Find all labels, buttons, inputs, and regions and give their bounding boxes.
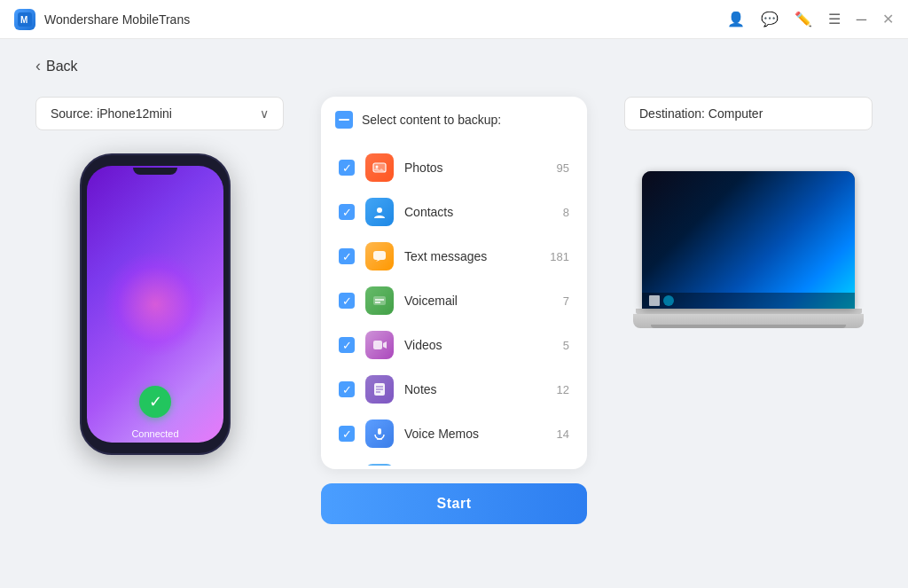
- titlebar: M Wondershare MobileTrans 👤 💬 ✏️ ☰ ─ ✕: [0, 0, 908, 39]
- phone-body: ✓ Connected: [80, 153, 231, 455]
- contacts-icon: [365, 198, 394, 226]
- left-panel: Source: iPhone12mini ∨ ✓ Connected: [35, 97, 284, 455]
- list-item[interactable]: ✓ Voice Memos 14: [335, 412, 573, 455]
- list-item[interactable]: ✓ Voicemail 7: [335, 279, 573, 322]
- connected-text: Connected: [131, 428, 178, 439]
- computer-illustration: [633, 171, 864, 328]
- list-item[interactable]: ✓ Contacts 8: [335, 191, 573, 233]
- content-card: Select content to backup: ✓ Photos 95: [321, 97, 587, 469]
- contacts-checkbox[interactable]: ✓: [339, 204, 355, 220]
- photos-checkbox[interactable]: ✓: [339, 160, 355, 176]
- select-header-text: Select content to backup:: [362, 113, 501, 127]
- edit-icon[interactable]: ✏️: [794, 11, 812, 27]
- content-list: ✓ Photos 95 ✓: [335, 146, 573, 466]
- voicemail-checkbox[interactable]: ✓: [339, 293, 355, 309]
- back-label: Back: [46, 59, 78, 74]
- list-item[interactable]: Contact blacklist 4: [335, 457, 573, 466]
- videos-checkbox[interactable]: ✓: [339, 337, 355, 353]
- svg-rect-2: [339, 119, 349, 121]
- photos-label: Photos: [404, 161, 546, 175]
- list-item[interactable]: ✓ Notes 12: [335, 368, 573, 411]
- list-item[interactable]: ✓ Videos 5: [335, 324, 573, 366]
- notes-count: 12: [557, 383, 569, 396]
- titlebar-left: M Wondershare MobileTrans: [14, 9, 190, 30]
- close-icon[interactable]: ✕: [882, 11, 894, 27]
- notes-label: Notes: [404, 382, 546, 396]
- text-messages-label: Text messages: [404, 249, 539, 263]
- text-messages-count: 181: [550, 250, 569, 263]
- app-title: Wondershare MobileTrans: [44, 12, 190, 27]
- three-column-layout: Source: iPhone12mini ∨ ✓ Connected: [35, 97, 873, 557]
- voicemail-icon: [365, 286, 394, 315]
- voice-memos-label: Voice Memos: [404, 427, 546, 441]
- photos-icon: [365, 153, 394, 182]
- voice-memos-icon: [365, 419, 394, 448]
- videos-count: 5: [563, 339, 569, 352]
- list-item[interactable]: ✓ Photos 95: [335, 146, 573, 189]
- phone-screen-glow: [102, 251, 208, 357]
- videos-label: Videos: [404, 338, 552, 352]
- back-chevron-icon: ‹: [35, 57, 41, 75]
- photos-count: 95: [557, 161, 569, 175]
- source-dropdown[interactable]: Source: iPhone12mini ∨: [35, 97, 284, 130]
- right-panel: Destination: Computer: [624, 97, 873, 328]
- svg-point-6: [377, 208, 382, 213]
- svg-rect-11: [373, 341, 382, 349]
- notes-checkbox[interactable]: ✓: [339, 381, 355, 397]
- titlebar-controls: 👤 💬 ✏️ ☰ ─ ✕: [727, 11, 894, 27]
- start-button[interactable]: Start: [321, 483, 587, 524]
- laptop-body: [633, 171, 864, 328]
- laptop-screen: [642, 171, 855, 309]
- voicemail-count: 7: [563, 294, 569, 308]
- destination-dropdown: Destination: Computer: [624, 97, 873, 130]
- destination-label: Destination: Computer: [639, 106, 763, 121]
- select-header: Select content to backup:: [335, 111, 573, 136]
- contacts-count: 8: [563, 206, 569, 219]
- svg-rect-7: [373, 251, 386, 260]
- source-label: Source: iPhone12mini: [51, 106, 172, 121]
- videos-icon: [365, 331, 394, 359]
- connected-badge: ✓: [139, 386, 171, 418]
- account-icon[interactable]: 👤: [727, 11, 745, 27]
- center-panel: Select content to backup: ✓ Photos 95: [321, 97, 587, 524]
- svg-rect-16: [378, 428, 381, 435]
- laptop-screen-content: [642, 171, 855, 309]
- notes-icon: [365, 375, 394, 404]
- menu-icon[interactable]: ☰: [828, 11, 841, 27]
- list-item[interactable]: ✓ Text messages 181: [335, 235, 573, 278]
- laptop-base: [633, 314, 864, 328]
- svg-text:M: M: [20, 15, 27, 25]
- phone-illustration: ✓ Connected: [80, 153, 239, 455]
- voicemail-label: Voicemail: [404, 294, 552, 308]
- select-all-icon[interactable]: [335, 111, 353, 129]
- voice-memos-count: 14: [557, 427, 569, 441]
- phone-notch: [133, 168, 177, 175]
- text-messages-icon: [365, 242, 394, 270]
- main-content: ‹ Back Source: iPhone12mini ∨ ✓: [0, 39, 908, 588]
- chat-icon[interactable]: 💬: [761, 11, 779, 27]
- contacts-label: Contacts: [404, 205, 552, 219]
- minimize-icon[interactable]: ─: [857, 12, 866, 27]
- app-icon: M: [14, 9, 35, 30]
- source-dropdown-arrow-icon: ∨: [260, 106, 269, 121]
- text-messages-checkbox[interactable]: ✓: [339, 248, 355, 264]
- svg-rect-8: [373, 296, 386, 305]
- contact-blacklist-icon: [365, 464, 394, 466]
- voice-memos-checkbox[interactable]: ✓: [339, 426, 355, 442]
- back-button[interactable]: ‹ Back: [35, 57, 873, 75]
